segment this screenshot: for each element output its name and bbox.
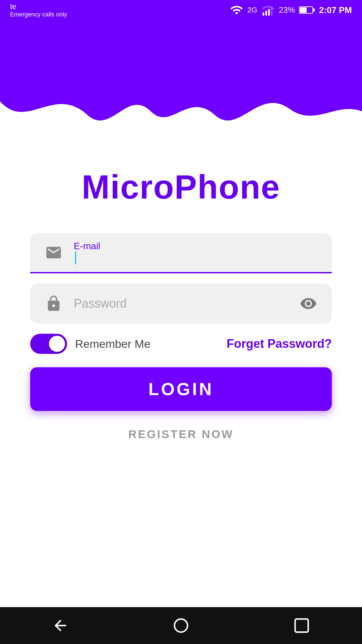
emergency-text: Emergency calls only <box>10 11 67 18</box>
email-field-container[interactable]: E-mail <box>30 233 332 273</box>
remember-me-left: Remember Me <box>30 334 150 354</box>
nav-bar <box>0 607 362 644</box>
home-button[interactable] <box>172 617 190 634</box>
network-type: 2G <box>247 6 257 14</box>
status-icons: 2G 23% 2:07 PM <box>230 3 352 17</box>
register-now-link[interactable]: REGISTER NOW <box>30 428 332 441</box>
lock-icon <box>44 293 64 314</box>
login-button-label: LOGIN <box>148 379 214 399</box>
login-form: E-mail Password <box>30 233 332 441</box>
signal-icon <box>261 3 275 17</box>
password-visibility-toggle[interactable] <box>298 293 318 314</box>
time-display: 2:07 PM <box>319 5 352 15</box>
svg-point-7 <box>175 619 188 632</box>
svg-rect-2 <box>268 9 270 16</box>
svg-rect-6 <box>313 8 315 12</box>
email-label: E-mail <box>74 241 318 252</box>
app-title: MicroPhone <box>82 168 280 206</box>
text-cursor <box>75 252 76 264</box>
recents-button[interactable] <box>293 617 310 634</box>
svg-rect-5 <box>300 7 307 13</box>
battery-percent: 23% <box>279 5 295 15</box>
carrier-name: te <box>10 2 67 11</box>
password-placeholder: Password <box>74 297 298 311</box>
status-bar: te Emergency calls only 2G 23% 2:07 PM <box>0 0 362 20</box>
forget-password-link[interactable]: Forget Password? <box>227 337 332 351</box>
remember-me-label: Remember Me <box>75 337 150 351</box>
password-field-container[interactable]: Password <box>30 283 332 324</box>
svg-rect-3 <box>271 7 273 16</box>
back-button[interactable] <box>52 617 69 634</box>
login-button[interactable]: LOGIN <box>30 367 332 411</box>
svg-rect-8 <box>295 619 308 632</box>
password-input-area: Password <box>74 297 298 311</box>
remember-me-row: Remember Me Forget Password? <box>30 334 332 354</box>
email-icon <box>44 243 64 263</box>
battery-icon <box>299 5 315 15</box>
remember-me-toggle[interactable] <box>30 334 67 354</box>
svg-rect-0 <box>262 12 264 16</box>
wifi-icon <box>230 3 243 17</box>
main-content: MicroPhone E-mail Password <box>0 0 362 644</box>
email-input-area: E-mail <box>74 241 318 264</box>
carrier-info: te Emergency calls only <box>10 2 67 18</box>
toggle-knob <box>49 336 65 352</box>
svg-rect-1 <box>265 11 267 16</box>
